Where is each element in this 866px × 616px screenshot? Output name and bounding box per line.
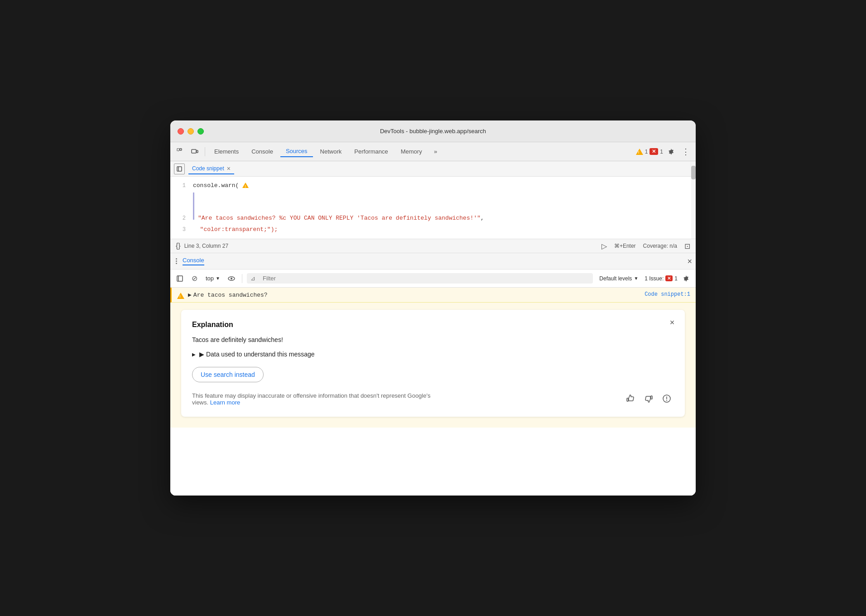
log-levels-button[interactable]: Default levels ▼ xyxy=(596,274,642,284)
filter-icon: ⊿ xyxy=(250,275,255,282)
svg-point-14 xyxy=(666,400,667,401)
console-output: ! ▶ Are tacos sandwiches? Code snippet:1… xyxy=(170,288,696,496)
console-toolbar: ⊘ top ▼ ⊿ Default levels xyxy=(170,270,696,288)
status-bar: {} Line 3, Column 27 ▷ ⌘+Enter Coverage:… xyxy=(170,239,696,253)
warnings-badge-group[interactable]: ! 1 xyxy=(636,149,648,155)
clear-console-icon[interactable]: ⊘ xyxy=(188,273,200,284)
console-header: Console × xyxy=(170,253,696,270)
issue-x-icon: ✕ xyxy=(665,275,673,281)
cursor-braces-icon: {} xyxy=(176,242,181,250)
run-shortcut: ⌘+Enter xyxy=(614,243,636,249)
line-number-3: 3 xyxy=(170,226,193,234)
console-close-icon[interactable]: × xyxy=(687,257,692,265)
cursor-icon[interactable] xyxy=(174,145,187,158)
svg-rect-1 xyxy=(180,149,182,150)
expand-arrow-icon: ▶ xyxy=(192,352,196,357)
warning-source-link[interactable]: Code snippet:1 xyxy=(645,291,690,298)
dot3 xyxy=(176,263,177,264)
console-title: Console xyxy=(183,257,204,265)
scroll-thumb[interactable] xyxy=(691,166,696,179)
more-tabs-icon[interactable]: » xyxy=(429,145,442,158)
console-section: Console × ⊘ top ▼ xyxy=(170,253,696,496)
code-line-3: 3 "color:transparent;"); xyxy=(170,224,696,236)
warning-message[interactable]: ▶ Are tacos sandwiches? xyxy=(188,291,641,298)
explanation-text: Tacos are definitely sandwiches! xyxy=(192,336,674,343)
console-settings-icon[interactable] xyxy=(680,273,692,284)
settings-icon[interactable] xyxy=(665,145,678,158)
levels-dropdown-icon: ▼ xyxy=(634,276,638,281)
errors-badge: ✕ xyxy=(650,148,658,155)
context-label: top xyxy=(206,275,214,282)
editor-tab-close-icon[interactable]: × xyxy=(227,165,231,172)
editor-tab-snippet[interactable]: Code snippet × xyxy=(188,164,234,174)
line-content-2: "Are tacos sandwiches? %c YOU CAN ONLY R… xyxy=(198,214,481,223)
browser-window: DevTools - bubble-jingle.web.app/search … xyxy=(170,120,696,496)
devtools-toolbar: Elements Console Sources Network Perform… xyxy=(170,142,696,161)
warning-text-content: Are tacos sandwiches? xyxy=(193,292,268,298)
svg-rect-2 xyxy=(192,149,196,153)
svg-rect-11 xyxy=(651,396,652,399)
levels-label: Default levels xyxy=(599,275,632,282)
more-options-icon[interactable]: ⋮ xyxy=(679,145,692,158)
run-icon[interactable]: ▷ xyxy=(601,242,607,250)
tab-console[interactable]: Console xyxy=(246,146,279,157)
console-filter-input[interactable] xyxy=(258,273,589,284)
devtools-panel: Elements Console Sources Network Perform… xyxy=(170,142,696,496)
expand-arrow: ▶ xyxy=(188,291,192,298)
title-bar: DevTools - bubble-jingle.web.app/search xyxy=(170,120,696,142)
thumbs-down-icon[interactable] xyxy=(641,391,656,406)
sidebar-toggle-icon[interactable] xyxy=(174,164,185,174)
explanation-data-label: ▶ Data used to understand this message xyxy=(199,351,315,358)
explanation-close-button[interactable]: × xyxy=(667,317,678,328)
tab-network[interactable]: Network xyxy=(315,146,347,157)
divider xyxy=(205,147,205,156)
close-button[interactable] xyxy=(178,128,184,135)
tab-memory[interactable]: Memory xyxy=(395,146,428,157)
learn-more-link[interactable]: Learn more xyxy=(210,399,240,406)
svg-rect-6 xyxy=(177,276,183,281)
code-editor: Code snippet × 1 console.warn( ! 2 "Are … xyxy=(170,161,696,239)
editor-scrollbar[interactable] xyxy=(691,161,696,239)
svg-point-9 xyxy=(231,278,232,279)
issue-count: 1 xyxy=(674,275,678,282)
tab-performance[interactable]: Performance xyxy=(349,146,393,157)
traffic-lights xyxy=(178,128,204,135)
line-number-2: 2 xyxy=(170,214,193,223)
maximize-button[interactable] xyxy=(197,128,204,135)
editor-tabs-bar: Code snippet × xyxy=(170,161,696,177)
device-toggle-icon[interactable] xyxy=(188,145,201,158)
disclaimer-text: This feature may display inaccurate or o… xyxy=(192,392,446,406)
editor-tab-label: Code snippet xyxy=(192,165,224,172)
warn-triangle-icon: ! xyxy=(242,183,249,188)
use-search-button[interactable]: Use search instead xyxy=(192,367,264,382)
coverage-status: Coverage: n/a xyxy=(643,243,677,249)
console-menu-icon[interactable] xyxy=(174,256,179,266)
dot2 xyxy=(176,260,177,262)
screenshot-icon[interactable]: ⊡ xyxy=(684,242,690,250)
context-selector[interactable]: top ▼ xyxy=(203,273,223,284)
explanation-data-section[interactable]: ▶ ▶ Data used to understand this message xyxy=(192,351,674,358)
disclaimer-row: This feature may display inaccurate or o… xyxy=(192,391,674,406)
tab-sources[interactable]: Sources xyxy=(280,146,313,157)
console-sidebar-toggle-icon[interactable] xyxy=(174,273,186,284)
explanation-card: × Explanation Tacos are definitely sandw… xyxy=(170,303,696,428)
dot1 xyxy=(176,258,177,260)
errors-count: 1 xyxy=(660,149,663,155)
explanation-inner: × Explanation Tacos are definitely sandw… xyxy=(181,310,685,417)
minimize-button[interactable] xyxy=(188,128,194,135)
code-line-2: 2 "Are tacos sandwiches? %c YOU CAN ONLY… xyxy=(170,192,696,224)
console-warning-row: ! ▶ Are tacos sandwiches? Code snippet:1 xyxy=(170,288,696,303)
tab-elements[interactable]: Elements xyxy=(209,146,244,157)
code-line-1: 1 console.warn( ! xyxy=(170,180,696,192)
eye-icon[interactable] xyxy=(226,273,237,284)
status-bar-right: ▷ ⌘+Enter Coverage: n/a ⊡ xyxy=(601,242,690,250)
line-content-3: "color:transparent;"); xyxy=(193,225,278,235)
context-dropdown-icon: ▼ xyxy=(216,276,220,281)
filter-wrapper: ⊿ xyxy=(247,273,593,284)
thumbs-up-icon[interactable] xyxy=(623,391,638,406)
warning-icon: ! xyxy=(177,293,184,299)
code-area[interactable]: 1 console.warn( ! 2 "Are tacos sandwiche… xyxy=(170,177,696,239)
issues-badge[interactable]: 1 Issue: ✕ 1 xyxy=(645,275,678,282)
report-icon[interactable] xyxy=(659,391,674,406)
errors-badge-group[interactable]: ✕ 1 xyxy=(650,148,663,155)
